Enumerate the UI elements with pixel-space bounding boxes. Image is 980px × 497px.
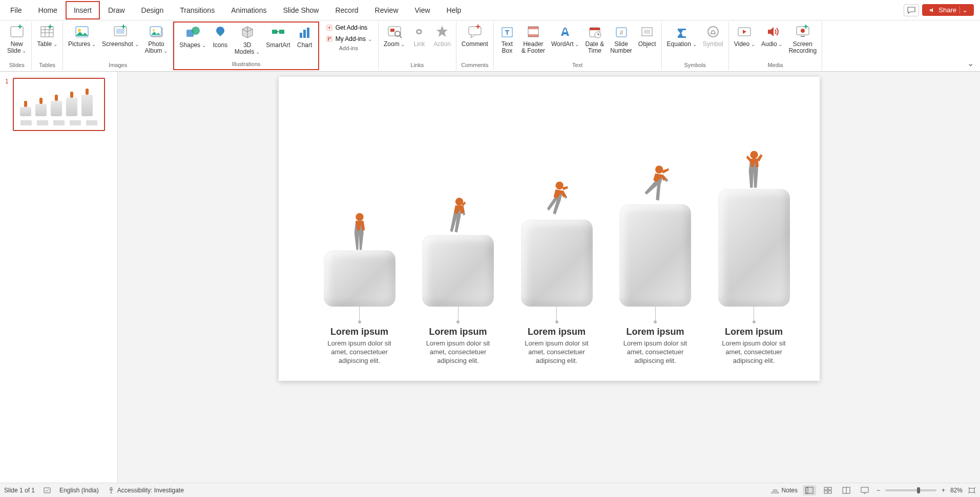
svg-point-44 [655,166,663,174]
tab-draw[interactable]: Draw [100,1,133,19]
object-button[interactable]: Object [636,23,658,49]
zoom-slider[interactable] [885,489,936,491]
step-body: Lorem ipsum dolor sit amet, consectetuer… [417,339,499,365]
share-caret-icon[interactable]: ⌄ [960,6,968,14]
zoom-button[interactable]: Zoom [382,23,407,49]
tab-home[interactable]: Home [30,1,66,19]
group-label: Media [767,61,783,69]
ribbon-group-illustrations: ShapesIcons3DModelsSmartArtChartIllustra… [173,21,319,70]
chart-button[interactable]: Chart [295,24,315,50]
step-4[interactable]: Lorem ipsum Lorem ipsum dolor sit amet, … [610,204,700,365]
new-slide-icon [9,24,25,40]
svg-rect-30 [590,28,600,30]
svg-point-45 [750,151,758,159]
zoom-in-button[interactable]: + [942,487,945,494]
screen-recording-icon [795,24,811,40]
accessibility-status[interactable]: Accessibility: Investigate [107,486,184,494]
normal-view-button[interactable] [803,485,816,495]
group-label: Images [109,61,127,69]
symbol-button: Symbol [701,23,725,49]
slide-number-button[interactable]: #SlideNumber [608,23,634,55]
group-label: Illustrations [232,60,261,68]
svg-rect-0 [11,27,23,37]
step-title: Lorem ipsum [725,327,783,337]
reading-view-button[interactable] [840,485,853,495]
my-addins-button[interactable]: My Add-ins⌄ [322,34,375,44]
figure-icon [443,195,473,241]
comments-panel-button[interactable] [904,4,919,16]
new-slide-button[interactable]: NewSlide [5,23,28,55]
photo-album-button[interactable]: PhotoAlbum [143,23,170,55]
table-icon [39,24,55,40]
screen-recording-button[interactable]: ScreenRecording [786,23,819,55]
comment-icon [467,24,483,40]
svg-rect-12 [279,30,284,34]
pictures-button[interactable]: Pictures [66,23,98,49]
step-title: Lorem ipsum [528,327,586,337]
screenshot-button[interactable]: Screenshot [100,23,140,49]
share-label: Share [939,6,956,14]
equation-icon [674,24,690,40]
tab-design[interactable]: Design [133,1,172,19]
svg-rect-51 [828,487,831,490]
step-1[interactable]: Lorem ipsum Lorem ipsum dolor sit amet, … [315,250,405,365]
zoom-level[interactable]: 82% [950,487,963,494]
shapes-button[interactable]: Shapes [177,24,207,50]
get-addins-button[interactable]: Get Add-ins [322,23,375,33]
comment-button[interactable]: Comment [460,23,490,49]
notes-button[interactable]: Notes [770,487,798,494]
svg-rect-50 [824,487,827,490]
slide-counter[interactable]: Slide 1 of 1 [4,487,35,494]
tab-review[interactable]: Review [367,1,407,19]
step-5[interactable]: Lorem ipsum Lorem ipsum dolor sit amet, … [709,189,799,365]
photo-album-icon [148,24,164,40]
ribbon-collapse-button[interactable]: ⌄ [963,21,978,70]
slide-canvas-area[interactable]: Lorem ipsum Lorem ipsum dolor sit amet, … [118,72,980,483]
svg-point-8 [153,29,155,31]
step-body: Lorem ipsum dolor sit amet, consectetuer… [614,339,696,365]
spellcheck-icon[interactable] [43,486,51,494]
date-time-button[interactable]: Date &Time [583,23,606,55]
table-button[interactable]: Table [35,23,59,49]
step-2[interactable]: Lorem ipsum Lorem ipsum dolor sit amet, … [413,235,503,365]
sorter-view-button[interactable] [821,485,835,495]
svg-rect-5 [116,29,124,34]
svg-point-3 [78,29,81,32]
slide-thumbnail-1[interactable] [13,78,105,131]
ribbon-group-text: TextBoxHeader& FooterWordArtDate &Time#S… [494,21,662,70]
svg-rect-22 [390,29,394,32]
3d-models-button[interactable]: 3DModels [233,24,262,56]
tab-transitions[interactable]: Transitions [172,1,223,19]
share-button[interactable]: Share ⌄ [922,4,974,16]
step-3[interactable]: Lorem ipsum Lorem ipsum dolor sit amet, … [512,220,602,365]
step-title: Lorem ipsum [626,327,684,337]
language-status[interactable]: English (India) [59,487,99,494]
tab-record[interactable]: Record [327,1,366,19]
slide-thumbnails-panel: 1 [0,72,118,483]
svg-point-39 [801,29,805,33]
svg-text:#: # [619,29,623,36]
tab-view[interactable]: View [407,1,439,19]
tab-insert[interactable]: Insert [66,1,100,19]
tab-file[interactable]: File [2,1,30,19]
text-box-button[interactable]: TextBox [497,23,517,55]
link-button: Link [409,23,429,49]
group-label: Slides [9,61,25,69]
fit-to-window-button[interactable] [968,487,976,494]
header-footer-button[interactable]: Header& Footer [519,23,547,55]
icons-icon [212,25,228,41]
tab-help[interactable]: Help [439,1,470,19]
video-button[interactable]: Video [732,23,757,49]
slide[interactable]: Lorem ipsum Lorem ipsum dolor sit amet, … [279,77,820,381]
zoom-out-button[interactable]: − [877,487,880,494]
equation-button[interactable]: Equation [665,23,699,49]
audio-button[interactable]: Audio [759,23,784,49]
wordart-button[interactable]: WordArt [549,23,581,49]
tab-animations[interactable]: Animations [223,1,275,19]
tab-slide-show[interactable]: Slide Show [275,1,327,19]
group-label: Text [572,61,582,69]
icons-button[interactable]: Icons [210,24,231,50]
slideshow-view-button[interactable] [858,485,871,495]
smartart-button[interactable]: SmartArt [264,24,292,50]
step-body: Lorem ipsum dolor sit amet, consectetuer… [319,339,401,365]
